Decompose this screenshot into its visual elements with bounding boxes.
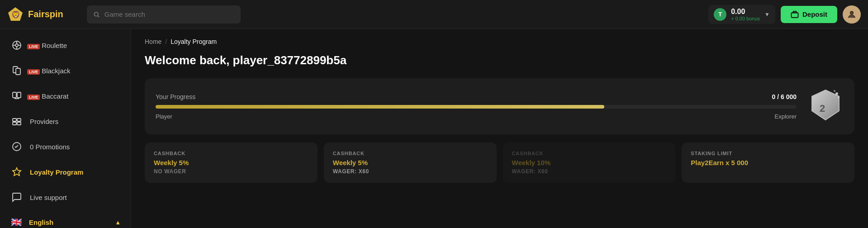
- sidebar: LIVE Roulette LIVE Blackjack: [0, 29, 131, 228]
- balance-amounts: 0.00 + 0.00 bonus: [731, 8, 760, 21]
- cashback-card-3: CASHBACK Weekly 10% WAGER: X60: [503, 142, 676, 183]
- baccarat-icon: [10, 89, 24, 103]
- logo[interactable]: 🦁 Fairspin: [7, 6, 80, 23]
- blackjack-icon: [10, 64, 24, 77]
- svg-rect-17: [13, 119, 16, 121]
- staking-amount: 5 000: [731, 159, 748, 166]
- staking-value: Play2Earn x 5 000: [691, 159, 845, 166]
- progress-bar-background: [156, 105, 797, 109]
- sidebar-label-promotions: 0 Promotions: [30, 143, 70, 151]
- sidebar-item-language[interactable]: 🇬🇧 English ▲: [0, 210, 131, 228]
- progress-bar-fill: [156, 105, 604, 109]
- card-weekly-label-2: Weekly: [333, 159, 356, 166]
- svg-rect-19: [13, 122, 16, 125]
- card-weekly-1: Weekly 5%: [154, 159, 308, 166]
- level-badge: 2: [807, 88, 844, 124]
- search-bar[interactable]: [87, 5, 241, 24]
- providers-icon: [10, 114, 24, 128]
- card-weekly-label-1: Weekly: [154, 159, 177, 166]
- search-input[interactable]: [104, 10, 234, 18]
- svg-rect-14: [13, 92, 16, 98]
- svg-text:2: 2: [820, 103, 825, 114]
- currency-icon: T: [714, 8, 726, 21]
- svg-line-3: [98, 15, 99, 17]
- roulette-icon: [10, 38, 24, 52]
- breadcrumb-home[interactable]: Home: [145, 38, 161, 45]
- card-sub-2: WAGER: X60: [333, 168, 488, 175]
- svg-marker-22: [13, 168, 21, 176]
- topnav: 🦁 Fairspin T 0.00 + 0.00 bonus ▼ Deposit: [0, 0, 868, 29]
- sidebar-label-roulette: LIVE Roulette: [30, 42, 67, 49]
- card-weekly-2: Weekly 5%: [333, 159, 488, 166]
- balance-bonus: + 0.00 bonus: [731, 16, 760, 21]
- card-weekly-3: Weekly 10%: [512, 159, 667, 166]
- loyalty-icon: [10, 165, 24, 179]
- breadcrumb: Home / Loyalty Program: [145, 38, 854, 45]
- sidebar-item-promotions[interactable]: 0 Promotions: [0, 134, 131, 159]
- svg-point-25: [835, 92, 838, 95]
- deposit-button[interactable]: Deposit: [781, 6, 837, 23]
- svg-marker-23: [812, 90, 839, 120]
- sidebar-label-loyalty: Loyalty Program: [30, 168, 83, 176]
- svg-point-2: [94, 12, 98, 16]
- staking-card: STAKING LIMIT Play2Earn x 5 000: [682, 142, 854, 183]
- chevron-up-icon: ▲: [115, 219, 121, 226]
- live-support-icon: [10, 190, 24, 204]
- progress-max: 6 000: [781, 93, 797, 100]
- logo-icon: 🦁: [7, 6, 24, 23]
- svg-text:🦁: 🦁: [11, 10, 20, 19]
- card-tag-1: CASHBACK: [154, 151, 308, 156]
- card-tag-2: CASHBACK: [333, 151, 488, 156]
- sidebar-item-live-support[interactable]: Live support: [0, 185, 131, 210]
- sidebar-item-blackjack[interactable]: LIVE Blackjack: [0, 58, 131, 83]
- card-sub-val-3: X60: [537, 168, 548, 175]
- svg-point-7: [15, 44, 18, 47]
- flag-icon: 🇬🇧: [10, 216, 23, 228]
- user-avatar-button[interactable]: [843, 5, 861, 24]
- card-pct-2: 5%: [358, 159, 368, 166]
- card-pct-1: 5%: [179, 159, 189, 166]
- balance-widget[interactable]: T 0.00 + 0.00 bonus ▼: [708, 5, 775, 24]
- sidebar-item-baccarat[interactable]: LIVE Baccarat: [0, 83, 131, 109]
- svg-rect-13: [16, 68, 20, 75]
- sidebar-label-baccarat: LIVE Baccarat: [30, 92, 68, 100]
- cashback-card-1: CASHBACK Weekly 5% NO WAGER: [145, 142, 318, 183]
- svg-point-27: [838, 97, 840, 98]
- card-sub-label-2: WAGER:: [333, 168, 357, 175]
- live-badge-bac: LIVE: [27, 95, 40, 100]
- main-content: Home / Loyalty Program Welcome back, pla…: [131, 29, 868, 228]
- progress-values: 0 / 6 000: [772, 93, 797, 100]
- promotions-icon: [10, 140, 24, 153]
- user-icon: [847, 10, 857, 19]
- live-badge-bj: LIVE: [27, 69, 40, 75]
- breadcrumb-separator: /: [165, 38, 167, 45]
- sidebar-label-live-support: Live support: [30, 194, 67, 201]
- language-label: English: [29, 218, 53, 226]
- level-end: Explorer: [775, 113, 797, 120]
- progress-current: 0: [772, 93, 775, 100]
- sidebar-item-loyalty[interactable]: Loyalty Program: [0, 159, 131, 185]
- progress-main: Your Progress 0 / 6 000 Player Explorer: [156, 93, 797, 120]
- svg-rect-20: [17, 122, 21, 125]
- card-tag-3: CASHBACK: [512, 151, 667, 156]
- deposit-label: Deposit: [802, 10, 827, 18]
- staking-label-text: Play2Earn x: [691, 159, 729, 166]
- sidebar-item-providers[interactable]: Providers: [0, 109, 131, 134]
- layout: LIVE Roulette LIVE Blackjack: [0, 29, 868, 228]
- svg-point-26: [834, 90, 835, 92]
- progress-card: Your Progress 0 / 6 000 Player Explorer: [145, 78, 854, 134]
- logo-text: Fairspin: [28, 9, 63, 19]
- balance-main: 0.00: [731, 8, 760, 16]
- welcome-title: Welcome back, player_83772899b5a: [145, 53, 854, 67]
- progress-levels: Player Explorer: [156, 113, 797, 120]
- deposit-icon: [791, 10, 799, 19]
- nav-right: T 0.00 + 0.00 bonus ▼ Deposit: [708, 5, 861, 24]
- sidebar-item-roulette[interactable]: LIVE Roulette: [0, 33, 131, 58]
- card-sub-label-3: WAGER:: [512, 168, 536, 175]
- progress-header: Your Progress 0 / 6 000: [156, 93, 797, 100]
- live-badge: LIVE: [27, 44, 40, 49]
- svg-rect-4: [791, 13, 798, 18]
- card-sub-val-2: X60: [359, 168, 369, 175]
- staking-tag: STAKING LIMIT: [691, 151, 845, 156]
- card-sub-3: WAGER: X60: [512, 168, 667, 175]
